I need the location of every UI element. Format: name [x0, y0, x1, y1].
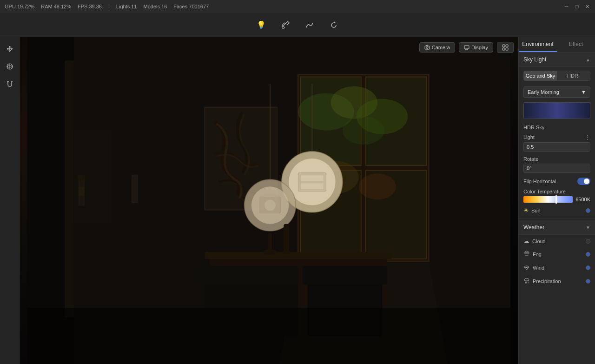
- flip-horizontal-label: Flip Horizontal: [523, 179, 577, 184]
- close-button[interactable]: ✕: [584, 3, 590, 10]
- color-temp-label: Color Temperature: [523, 189, 590, 194]
- flip-horizontal-row: Flip Horizontal: [519, 176, 595, 187]
- sun-toggle[interactable]: [586, 208, 590, 213]
- chevron-down-icon: ▼: [581, 89, 586, 95]
- viewport-toolbar: Camera Display: [419, 42, 514, 53]
- precipitation-icon: [523, 277, 530, 285]
- color-temp-thumb: [555, 195, 557, 204]
- title-bar: GPU 19.72% RAM 48.12% FPS 39.36 | Lights…: [0, 0, 595, 13]
- svg-rect-43: [303, 266, 387, 285]
- magnet-icon[interactable]: [3, 77, 17, 91]
- svg-rect-45: [74, 131, 111, 224]
- color-temp-bar-wrap: 6500K: [523, 196, 590, 203]
- cloud-icon: ☁: [523, 238, 529, 245]
- geo-sky-button[interactable]: Geo and Sky: [524, 71, 557, 80]
- left-panel: [0, 37, 20, 364]
- divider-1: [519, 218, 595, 218]
- rotate-prop-row: Rotate: [519, 154, 595, 164]
- sun-icon: ☀: [523, 207, 529, 214]
- svg-rect-37: [268, 233, 272, 252]
- viewport[interactable]: Camera Display: [20, 37, 518, 364]
- grid-icon[interactable]: [3, 60, 17, 73]
- wind-icon: [523, 264, 530, 271]
- faces-stat: Faces 7001677: [173, 4, 209, 9]
- svg-rect-48: [464, 46, 469, 49]
- color-temp-value: 6500K: [575, 197, 590, 202]
- right-panel: Environment Effect Sky Light ▲ Geo and S…: [518, 37, 595, 364]
- sky-light-label: Sky Light: [523, 56, 546, 63]
- fog-item: Fog: [519, 247, 595, 261]
- cloud-label-wrap: ☁ Cloud: [523, 238, 546, 245]
- light-prop-row: Light ⋮: [519, 132, 595, 142]
- viewport-mode-button[interactable]: [497, 42, 514, 53]
- camera-button[interactable]: Camera: [419, 42, 455, 53]
- svg-rect-34: [205, 252, 391, 259]
- bulb-icon[interactable]: 💡: [254, 18, 269, 33]
- curve-icon[interactable]: [302, 18, 317, 33]
- stats-bar: GPU 19.72% RAM 48.12% FPS 39.36 | Lights…: [5, 4, 209, 9]
- svg-point-47: [426, 47, 428, 49]
- svg-rect-22: [301, 175, 323, 181]
- svg-rect-39: [284, 224, 289, 252]
- display-button[interactable]: Display: [459, 42, 493, 53]
- rotate-label: Rotate: [523, 156, 590, 162]
- rotate-value-input[interactable]: [523, 164, 590, 173]
- svg-rect-51: [502, 48, 505, 50]
- room-scene: [20, 37, 518, 364]
- wind-label: Wind: [533, 265, 544, 271]
- svg-point-14: [343, 117, 384, 145]
- maximize-button[interactable]: □: [574, 3, 580, 10]
- sky-preview: [523, 102, 590, 119]
- separator: |: [108, 4, 110, 9]
- svg-rect-52: [506, 48, 508, 50]
- camera-label: Camera: [432, 45, 450, 50]
- svg-rect-49: [502, 45, 505, 47]
- fog-label: Fog: [533, 251, 542, 257]
- gpu-stat: GPU 19.72%: [5, 4, 34, 9]
- weather-label: Weather: [523, 224, 544, 231]
- fog-icon: [523, 250, 530, 258]
- svg-rect-41: [195, 266, 298, 285]
- sky-mode-buttons: Geo and Sky HDRI: [523, 71, 590, 81]
- precipitation-toggle[interactable]: [586, 279, 590, 284]
- precipitation-label: Precipitation: [533, 278, 561, 284]
- weather-section-header[interactable]: Weather ▼: [519, 220, 595, 235]
- tool-icon[interactable]: [278, 18, 293, 33]
- svg-rect-23: [301, 183, 323, 189]
- wind-label-wrap: Wind: [523, 264, 544, 271]
- refresh-icon[interactable]: [326, 18, 341, 33]
- sky-light-section-header[interactable]: Sky Light ▲: [519, 53, 595, 67]
- minimize-button[interactable]: ─: [563, 3, 570, 10]
- main-area: Camera Display Environm: [0, 37, 595, 364]
- cloud-item: ☁ Cloud: [519, 235, 595, 247]
- cloud-label: Cloud: [532, 238, 546, 244]
- tab-environment[interactable]: Environment: [519, 37, 557, 52]
- preset-label: Early Morning: [528, 89, 559, 95]
- early-morning-dropdown[interactable]: Early Morning ▼: [523, 86, 590, 98]
- panel-tabs: Environment Effect: [519, 37, 595, 53]
- light-value-input[interactable]: [523, 142, 590, 152]
- preset-select[interactable]: Early Morning ▼: [523, 86, 590, 98]
- precipitation-label-wrap: Precipitation: [523, 277, 561, 285]
- light-options-icon[interactable]: ⋮: [585, 134, 590, 140]
- svg-point-28: [264, 199, 276, 211]
- flip-horizontal-toggle[interactable]: [577, 178, 590, 185]
- weather-collapse-icon[interactable]: ▼: [586, 225, 590, 230]
- sky-light-collapse-icon[interactable]: ▲: [586, 57, 590, 62]
- transform-icon[interactable]: [3, 42, 17, 56]
- hdri-button[interactable]: HDRI: [557, 71, 590, 80]
- fog-toggle[interactable]: [586, 252, 590, 257]
- color-temp-section: Color Temperature 6500K: [519, 187, 595, 205]
- tab-effect[interactable]: Effect: [557, 37, 595, 52]
- svg-rect-44: [27, 308, 510, 364]
- sun-label-wrap: ☀ Sun: [523, 207, 541, 214]
- cloud-toggle[interactable]: [586, 239, 590, 244]
- room-svg: [20, 37, 518, 364]
- fog-label-wrap: Fog: [523, 250, 542, 258]
- color-temp-slider[interactable]: [523, 196, 573, 203]
- wind-toggle[interactable]: [586, 265, 590, 270]
- display-label: Display: [471, 45, 488, 50]
- svg-point-16: [359, 173, 396, 199]
- light-label: Light: [523, 134, 585, 140]
- main-toolbar: 💡: [0, 13, 595, 37]
